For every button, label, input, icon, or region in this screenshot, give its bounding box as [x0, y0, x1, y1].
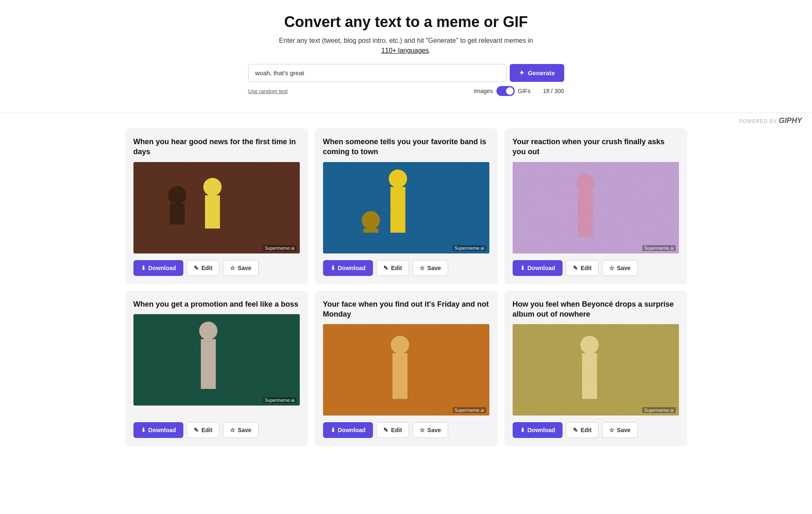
meme-caption-3: Your reaction when your crush finally as…	[513, 137, 679, 157]
meme-image-1: Supermeme.ai	[133, 162, 300, 253]
download-button-1[interactable]: ⬇ Download	[133, 260, 184, 276]
edit-icon-2: ✎	[383, 265, 388, 271]
generate-button[interactable]: ✦ Generate	[510, 64, 564, 82]
meme-card-6: How you feel when Beyoncé drops a surpri…	[504, 291, 687, 447]
text-input[interactable]	[248, 64, 507, 82]
download-button-4[interactable]: ⬇ Download	[133, 422, 184, 438]
meme-image-5: Supermeme.ai	[323, 324, 489, 416]
generate-icon: ✦	[519, 69, 524, 77]
star-icon-2: ☆	[420, 265, 425, 271]
save-button-2[interactable]: ☆ Save	[412, 260, 448, 276]
star-icon-5: ☆	[420, 427, 425, 433]
edit-icon-1: ✎	[194, 265, 199, 271]
star-icon-3: ☆	[609, 265, 615, 271]
gif-canvas-2	[323, 162, 489, 253]
page-header: Convert any text to a meme or GIF Enter …	[0, 0, 812, 104]
gifs-label: GIFs	[518, 88, 531, 94]
gif-canvas-3	[513, 162, 679, 253]
images-gifs-toggle[interactable]	[496, 86, 515, 96]
meme-image-6: Supermeme.ai	[513, 324, 679, 416]
save-button-1[interactable]: ☆ Save	[223, 260, 259, 276]
memes-grid: When you hear good news for the first ti…	[115, 128, 697, 463]
watermark-5: Supermeme.ai	[453, 407, 486, 413]
download-icon-5: ⬇	[331, 427, 336, 433]
star-icon-4: ☆	[230, 427, 235, 433]
meme-image-4: Supermeme.ai	[133, 314, 300, 406]
edit-button-4[interactable]: ✎ Edit	[187, 422, 219, 438]
meme-card-2: When someone tells you your favorite ban…	[315, 128, 498, 284]
languages-link[interactable]: 110+ languages	[381, 47, 429, 54]
count-label: 18 / 300	[543, 88, 564, 94]
meme-caption-1: When you hear good news for the first ti…	[133, 137, 300, 157]
meme-card-1: When you hear good news for the first ti…	[125, 128, 308, 284]
edit-icon-3: ✎	[573, 265, 578, 271]
download-icon-1: ⬇	[141, 265, 146, 271]
search-row: ✦ Generate	[240, 64, 573, 82]
save-button-4[interactable]: ☆ Save	[223, 422, 259, 438]
gif-canvas-6	[513, 324, 679, 416]
meme-actions-6: ⬇ Download ✎ Edit ☆ Save	[513, 422, 679, 438]
download-icon-4: ⬇	[141, 427, 146, 433]
meme-caption-6: How you feel when Beyoncé drops a surpri…	[513, 299, 679, 320]
meme-actions-4: ⬇ Download ✎ Edit ☆ Save	[133, 422, 300, 438]
edit-button-6[interactable]: ✎ Edit	[566, 422, 598, 438]
page-subtitle: Enter any text (tweet, blog post intro, …	[8, 36, 804, 56]
gif-canvas-1	[133, 162, 300, 253]
meme-actions-3: ⬇ Download ✎ Edit ☆ Save	[513, 260, 679, 276]
meme-caption-5: Your face when you find out it's Friday …	[323, 299, 489, 320]
edit-button-3[interactable]: ✎ Edit	[566, 260, 598, 276]
meme-card-5: Your face when you find out it's Friday …	[315, 291, 498, 447]
watermark-3: Supermeme.ai	[642, 245, 676, 251]
edit-button-5[interactable]: ✎ Edit	[376, 422, 409, 438]
download-icon-3: ⬇	[520, 265, 525, 271]
download-icon-6: ⬇	[520, 427, 525, 433]
download-button-2[interactable]: ⬇ Download	[323, 260, 373, 276]
meme-actions-1: ⬇ Download ✎ Edit ☆ Save	[133, 260, 300, 276]
meme-image-3: Supermeme.ai	[513, 162, 679, 253]
gif-canvas-5	[323, 324, 489, 416]
download-button-3[interactable]: ⬇ Download	[513, 260, 563, 276]
gif-canvas-4	[133, 314, 300, 406]
meme-card-4: When you get a promotion and feel like a…	[125, 291, 308, 447]
meme-actions-2: ⬇ Download ✎ Edit ☆ Save	[323, 260, 489, 276]
star-icon-1: ☆	[230, 265, 235, 271]
meme-caption-4: When you get a promotion and feel like a…	[133, 299, 300, 309]
edit-button-1[interactable]: ✎ Edit	[187, 260, 219, 276]
toggle-group: Images GIFs	[474, 86, 531, 96]
edit-icon-6: ✎	[573, 427, 578, 433]
download-button-5[interactable]: ⬇ Download	[323, 422, 373, 438]
download-icon-2: ⬇	[331, 265, 336, 271]
edit-button-2[interactable]: ✎ Edit	[376, 260, 409, 276]
images-label: Images	[474, 88, 493, 94]
watermark-6: Supermeme.ai	[642, 407, 676, 413]
meme-image-2: Supermeme.ai	[323, 162, 489, 253]
meme-card-3: Your reaction when your crush finally as…	[504, 128, 687, 284]
star-icon-6: ☆	[609, 427, 615, 433]
save-button-3[interactable]: ☆ Save	[602, 260, 638, 276]
page-title: Convert any text to a meme or GIF	[8, 13, 804, 31]
edit-icon-5: ✎	[383, 427, 388, 433]
random-text-link[interactable]: Use random text	[248, 88, 288, 94]
save-button-5[interactable]: ☆ Save	[412, 422, 448, 438]
options-row: Use random text Images GIFs 18 / 300	[240, 86, 573, 96]
meme-caption-2: When someone tells you your favorite ban…	[323, 137, 489, 157]
watermark-2: Supermeme.ai	[453, 245, 486, 251]
edit-icon-4: ✎	[194, 427, 199, 433]
watermark-1: Supermeme.ai	[263, 245, 296, 251]
save-button-6[interactable]: ☆ Save	[602, 422, 638, 438]
powered-by: POWERED BY GIPHY	[0, 113, 812, 128]
download-button-6[interactable]: ⬇ Download	[513, 422, 563, 438]
watermark-4: Supermeme.ai	[263, 397, 296, 403]
meme-actions-5: ⬇ Download ✎ Edit ☆ Save	[323, 422, 489, 438]
